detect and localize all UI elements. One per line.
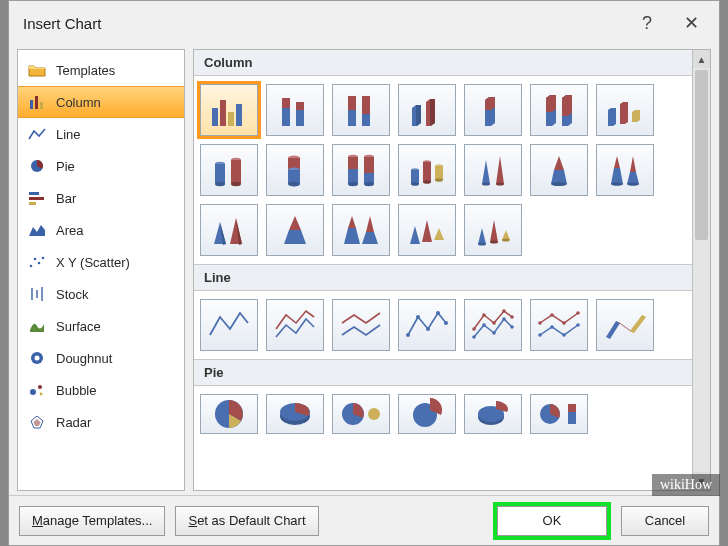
thumb-bar-of-pie[interactable]: [530, 394, 588, 434]
thumb-3d-pyramid[interactable]: [398, 204, 456, 256]
sidebar-item-label: Surface: [56, 319, 101, 334]
sidebar-item-surface[interactable]: Surface: [18, 310, 184, 342]
svg-point-38: [231, 182, 241, 186]
sidebar-item-column[interactable]: Column: [18, 86, 184, 118]
svg-point-75: [482, 323, 486, 327]
thumb-100pct-stacked-line[interactable]: [332, 299, 390, 351]
sidebar-item-stock[interactable]: Stock: [18, 278, 184, 310]
svg-point-80: [482, 313, 486, 317]
manage-templates-button[interactable]: Manage Templates...: [19, 506, 165, 536]
thumb-100pct-stacked-column[interactable]: [332, 84, 390, 136]
thumb-stacked-cylinder[interactable]: [266, 144, 324, 196]
thumb-100pct-stacked-line-markers[interactable]: [530, 299, 588, 351]
ok-button[interactable]: OK: [497, 506, 607, 536]
thumb-3d-clustered-column[interactable]: [398, 84, 456, 136]
scroll-thumb[interactable]: [695, 70, 708, 240]
svg-point-89: [550, 313, 554, 317]
thumb-stacked-line[interactable]: [266, 299, 324, 351]
sidebar-item-label: Area: [56, 223, 83, 238]
thumb-100pct-stacked-cone[interactable]: [596, 144, 654, 196]
svg-rect-0: [30, 100, 33, 109]
dialog-body: Templates Column Line Pie: [9, 45, 719, 495]
radar-icon: [28, 414, 46, 430]
svg-point-54: [411, 182, 419, 186]
thumb-3d-column[interactable]: [596, 84, 654, 136]
svg-point-90: [562, 321, 566, 325]
svg-point-63: [551, 182, 567, 186]
thumb-3d-stacked-column[interactable]: [464, 84, 522, 136]
svg-point-96: [368, 408, 380, 420]
svg-rect-2: [40, 102, 43, 109]
svg-point-84: [538, 333, 542, 337]
sidebar-item-line[interactable]: Line: [18, 118, 184, 150]
sidebar-item-area[interactable]: Area: [18, 214, 184, 246]
scroll-up-arrow[interactable]: ▲: [693, 50, 710, 68]
svg-rect-30: [348, 96, 356, 110]
chart-type-sidebar: Templates Column Line Pie: [17, 49, 185, 491]
thumb-stacked-column[interactable]: [266, 84, 324, 136]
svg-point-72: [436, 311, 440, 315]
thumb-clustered-pyramid[interactable]: [200, 204, 258, 256]
svg-point-57: [423, 180, 431, 184]
bubble-icon: [28, 382, 46, 398]
thumb-clustered-column[interactable]: [200, 84, 258, 136]
thumb-3d-cone[interactable]: [464, 204, 522, 256]
sidebar-item-templates[interactable]: Templates: [18, 54, 184, 86]
thumb-stacked-cone[interactable]: [530, 144, 588, 196]
help-button[interactable]: ?: [625, 8, 669, 38]
thumb-100pct-stacked-pyramid[interactable]: [332, 204, 390, 256]
dialog-footer: Manage Templates... Set as Default Chart…: [9, 495, 719, 545]
thumb-100pct-stacked-cylinder[interactable]: [332, 144, 390, 196]
svg-point-17: [38, 385, 42, 389]
svg-point-70: [416, 315, 420, 319]
svg-rect-28: [296, 102, 304, 110]
thumb-clustered-cylinder[interactable]: [200, 144, 258, 196]
section-line-thumbs: [194, 291, 692, 359]
cancel-button[interactable]: Cancel: [621, 506, 709, 536]
thumb-3d-cylinder[interactable]: [398, 144, 456, 196]
svg-rect-5: [29, 197, 44, 200]
gallery-scroll-area: Column: [194, 50, 692, 490]
thumb-pie-of-pie[interactable]: [332, 394, 390, 434]
svg-point-87: [576, 323, 580, 327]
svg-point-79: [472, 327, 476, 331]
thumb-exploded-pie[interactable]: [398, 394, 456, 434]
thumb-line[interactable]: [200, 299, 258, 351]
sidebar-item-bubble[interactable]: Bubble: [18, 374, 184, 406]
thumb-stacked-line-markers[interactable]: [464, 299, 522, 351]
thumb-stacked-pyramid[interactable]: [266, 204, 324, 256]
thumb-3d-line[interactable]: [596, 299, 654, 351]
ok-highlight-box: OK: [493, 502, 611, 540]
svg-point-8: [34, 258, 37, 261]
folder-icon: [28, 62, 46, 78]
thumb-pie-3d[interactable]: [266, 394, 324, 434]
gallery-scrollbar[interactable]: ▲ ▼: [692, 50, 710, 490]
svg-rect-56: [423, 162, 431, 182]
line-icon: [28, 126, 46, 142]
close-button[interactable]: ✕: [669, 8, 713, 38]
sidebar-item-bar[interactable]: Bar: [18, 182, 184, 214]
thumb-clustered-cone[interactable]: [464, 144, 522, 196]
sidebar-item-pie[interactable]: Pie: [18, 150, 184, 182]
thumb-line-markers[interactable]: [398, 299, 456, 351]
insert-chart-dialog: Insert Chart ? ✕ Templates Column: [8, 0, 720, 546]
svg-point-10: [42, 257, 45, 260]
thumb-exploded-pie-3d[interactable]: [464, 394, 522, 434]
sidebar-item-radar[interactable]: Radar: [18, 406, 184, 438]
svg-point-65: [627, 182, 639, 186]
svg-rect-102: [568, 404, 576, 412]
svg-point-88: [538, 321, 542, 325]
bar-icon: [28, 190, 46, 206]
svg-point-68: [502, 239, 510, 242]
set-default-chart-button[interactable]: Set as Default Chart: [175, 506, 318, 536]
sidebar-item-label: Column: [56, 95, 101, 110]
sidebar-item-doughnut[interactable]: Doughnut: [18, 342, 184, 374]
svg-marker-20: [34, 419, 41, 426]
section-pie-thumbs: [194, 386, 692, 434]
svg-point-81: [492, 321, 496, 325]
thumb-3d-100pct-stacked-column[interactable]: [530, 84, 588, 136]
thumb-pie[interactable]: [200, 394, 258, 434]
dialog-title: Insert Chart: [23, 15, 625, 32]
svg-rect-50: [364, 157, 374, 173]
sidebar-item-scatter[interactable]: X Y (Scatter): [18, 246, 184, 278]
